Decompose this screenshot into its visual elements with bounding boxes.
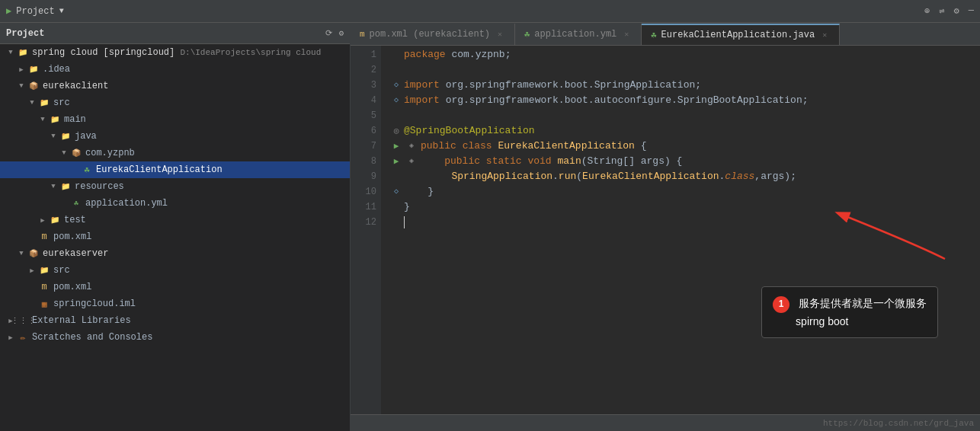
tree-root[interactable]: 📁 spring cloud [springcloud] D:\IdeaProj… [0, 44, 350, 61]
line-num-12: 12 [351, 215, 376, 230]
url-text: https://blog.csdn.net/grd_java [823, 419, 974, 428]
eurekaclient-arrow [17, 81, 26, 91]
tree-java[interactable]: 📁 java [0, 128, 350, 145]
run-icon-8[interactable]: ▶ [394, 154, 399, 169]
app-icon: ☘ [81, 164, 93, 176]
sidebar-title: Project [6, 28, 319, 39]
code-line-7: ▶ ◈ public class EurekaClientApplication… [389, 139, 980, 154]
tab-pom[interactable]: m pom.xml (eurekaclient) ✕ [351, 24, 515, 45]
package-arrow [59, 148, 69, 158]
dropdown-arrow[interactable]: ▼ [59, 7, 64, 15]
gutter-8b: ◈ [404, 154, 419, 169]
cog-icon[interactable]: ⚙ [338, 28, 344, 38]
tree-eurekaclientapp[interactable]: ☘ EurekaClientApplication [0, 161, 350, 178]
gutter-10: ◇ [389, 184, 404, 200]
idea-label: .idea [43, 64, 70, 75]
tree-pom1[interactable]: m pom.xml [0, 228, 350, 245]
eurekaserver-arrow [17, 249, 26, 258]
root-label: spring cloud [springcloud] [32, 47, 180, 58]
tab-bar: m pom.xml (eurekaclient) ✕ ☘ application… [351, 23, 980, 46]
tree-src2[interactable]: 📁 src [0, 262, 350, 279]
project-tree: 📁 spring cloud [springcloud] D:\IdeaProj… [0, 44, 350, 346]
tree-extlibs[interactable]: ⋮⋮⋮ External Libraries [0, 312, 350, 329]
sidebar: Project ⟳ ⚙ 📁 spring cloud [springcloud]… [0, 23, 351, 431]
minimize-icon[interactable]: — [969, 5, 974, 17]
root-path: D:\IdeaProjects\spring cloud [180, 48, 321, 57]
sidebar-icons: ⟳ ⚙ [325, 28, 344, 38]
globe-icon[interactable]: ⊕ [924, 5, 930, 17]
gutter-6: ◎ [389, 123, 404, 139]
code-line-1: package com.yzpnb; [389, 47, 980, 62]
annotation-tooltip: 1 服务提供者就是一个微服务 spirng boot [761, 286, 938, 338]
line-num-9: 9 [351, 169, 376, 184]
package-icon: 📦 [70, 147, 82, 159]
java-icon: 📁 [59, 130, 72, 142]
title-bar-actions: ⊕ ⇌ ⚙ — [924, 5, 974, 17]
line-num-5: 5 [351, 108, 376, 123]
iml-icon: ▦ [38, 298, 50, 310]
tooltip-line1: 服务提供者就是一个微服务 [799, 297, 927, 309]
code-line-9: SpringApplication.run(EurekaClientApplic… [389, 169, 980, 184]
run-icon-7[interactable]: ▶ [394, 139, 399, 154]
tree-pom2[interactable]: m pom.xml [0, 279, 350, 295]
tree-eurekaclient[interactable]: 📦 eurekaclient [0, 78, 350, 94]
code-line-10: ◇ } [389, 184, 980, 200]
line-num-7: 7 [351, 139, 376, 154]
line-num-8: 8 [351, 154, 376, 169]
pom2-icon: m [38, 281, 50, 293]
settings-icon[interactable]: ⚙ [954, 5, 959, 17]
gutter-7b: ◈ [404, 139, 419, 154]
tree-main[interactable]: 📁 main [0, 111, 350, 128]
test-label: test [64, 215, 86, 225]
src-arrow [27, 98, 37, 107]
code-editor: 1 2 3 4 5 6 7 8 9 10 11 12 package com.y… [351, 46, 980, 414]
idea-folder-icon: 📁 [27, 63, 40, 75]
eurekaserver-icon: 📦 [27, 247, 40, 260]
tree-resources[interactable]: 📁 resources [0, 178, 350, 195]
tree-scratches[interactable]: ✏ Scratches and Consoles [0, 329, 350, 346]
java-arrow [49, 132, 58, 141]
tab-eurekaclientapp[interactable]: ☘ EurekaClientApplication.java ✕ [642, 24, 840, 45]
title-bar: ▶ Project ▼ ⊕ ⇌ ⚙ — [0, 0, 980, 23]
src2-icon: 📁 [38, 264, 50, 276]
tab-app-close[interactable]: ✕ [819, 30, 830, 40]
scratches-label: Scratches and Consoles [32, 332, 152, 343]
test-icon: 📁 [49, 214, 61, 226]
iml-label: springcloud.iml [53, 299, 136, 309]
gutter-4: ◇ [389, 93, 404, 108]
extlibs-label: External Libraries [32, 315, 131, 326]
sidebar-header: Project ⟳ ⚙ [0, 23, 350, 44]
appyml-icon: ☘ [70, 197, 82, 209]
split-icon[interactable]: ⇌ [939, 5, 944, 17]
tab-appyml[interactable]: ☘ application.yml ✕ [515, 24, 642, 45]
pom1-icon: m [38, 231, 50, 243]
tree-eurekaserver[interactable]: 📦 eurekaserver [0, 245, 350, 262]
gutter-3: ◇ [389, 78, 404, 93]
tab-appyml-close[interactable]: ✕ [621, 29, 632, 40]
src2-arrow [27, 266, 37, 275]
tree-idea[interactable]: 📁 .idea [0, 61, 350, 78]
tab-pom-icon: m [360, 30, 365, 39]
line-num-3: 3 [351, 78, 376, 93]
main-arrow [38, 115, 47, 124]
scratches-arrow [6, 333, 15, 342]
test-arrow [38, 216, 47, 225]
bottom-panel: https://blog.csdn.net/grd_java [351, 414, 980, 431]
main-area: Project ⟳ ⚙ 📁 spring cloud [springcloud]… [0, 23, 980, 431]
code-content[interactable]: package com.yzpnb; ◇ import org.springfr… [381, 46, 980, 414]
resources-arrow [49, 182, 58, 191]
main-label: main [64, 114, 86, 125]
package-label: com.yzpnb [85, 148, 135, 158]
tree-package[interactable]: 📦 com.yzpnb [0, 145, 350, 161]
tooltip-header: 1 服务提供者就是一个微服务 [773, 295, 927, 312]
tree-iml[interactable]: ▦ springcloud.iml [0, 295, 350, 312]
sync-icon[interactable]: ⟳ [325, 28, 332, 38]
project-icon: ▶ [6, 5, 11, 17]
main-icon: 📁 [49, 113, 61, 126]
tab-pom-label: pom.xml (eurekaclient) [370, 29, 490, 40]
tree-test[interactable]: 📁 test [0, 212, 350, 228]
tab-pom-close[interactable]: ✕ [495, 29, 505, 40]
pom1-label: pom.xml [53, 231, 91, 242]
tree-appyml[interactable]: ☘ application.yml [0, 195, 350, 212]
tree-src[interactable]: 📁 src [0, 94, 350, 111]
